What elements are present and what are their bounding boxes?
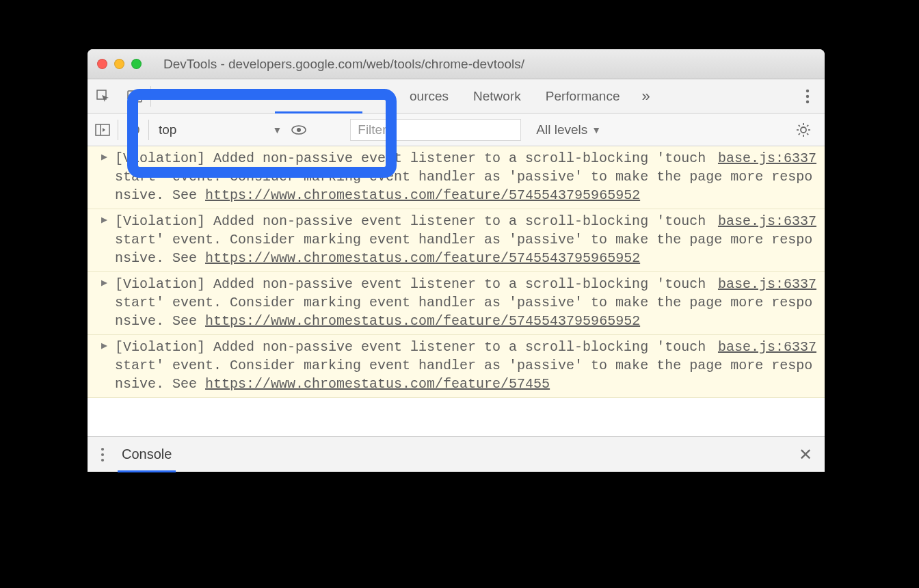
message-link[interactable]: https://www.chromestatus.com/feature/574… bbox=[205, 376, 550, 392]
drawer-toolbar: Console ✕ bbox=[88, 436, 825, 472]
caret-down-icon: ▼ bbox=[591, 124, 601, 135]
message-source-link[interactable]: base.js:6337 bbox=[718, 212, 816, 230]
filter-placeholder: Filter bbox=[358, 122, 386, 137]
svg-point-21 bbox=[101, 447, 104, 450]
svg-point-5 bbox=[806, 100, 809, 103]
disclosure-triangle-icon[interactable]: ▶ bbox=[101, 151, 107, 165]
console-message[interactable]: ▶ base.js:6337 [Violation] Added non-pas… bbox=[88, 272, 825, 335]
console-settings-button[interactable] bbox=[796, 122, 825, 137]
svg-point-22 bbox=[101, 453, 104, 455]
disclosure-triangle-icon[interactable]: ▶ bbox=[101, 277, 107, 291]
tab-sources[interactable]: ources bbox=[397, 79, 461, 113]
clear-console-button[interactable] bbox=[118, 113, 148, 146]
close-drawer-button[interactable]: ✕ bbox=[799, 445, 825, 464]
tab-performance[interactable]: Performance bbox=[533, 79, 632, 113]
svg-point-23 bbox=[101, 458, 104, 461]
tab-label: Performance bbox=[546, 89, 620, 104]
svg-point-3 bbox=[806, 89, 809, 92]
live-expression-button[interactable] bbox=[289, 113, 309, 146]
filter-input[interactable]: Filter bbox=[350, 119, 521, 141]
execution-context-selector[interactable]: top ▼ bbox=[149, 118, 289, 142]
disclosure-triangle-icon[interactable]: ▶ bbox=[101, 340, 107, 353]
message-source-link[interactable]: base.js:6337 bbox=[718, 275, 816, 293]
toggle-console-sidebar-button[interactable] bbox=[88, 113, 118, 146]
tabs-overflow-button[interactable]: » bbox=[632, 88, 660, 105]
context-label: top bbox=[159, 122, 176, 137]
disclosure-triangle-icon[interactable]: ▶ bbox=[101, 214, 107, 228]
drawer-tab-label: Console bbox=[122, 446, 172, 462]
window-controls bbox=[97, 59, 142, 69]
gear-icon bbox=[796, 122, 811, 137]
minimize-window-button[interactable] bbox=[114, 59, 124, 69]
zoom-window-button[interactable] bbox=[131, 59, 142, 69]
tab-label: Network bbox=[473, 89, 521, 104]
devtools-window: DevTools - developers.google.com/web/too… bbox=[88, 49, 825, 472]
chevron-right-double-icon: » bbox=[642, 88, 650, 105]
svg-rect-2 bbox=[136, 94, 142, 102]
devtools-main-toolbar: ources Network Performance » bbox=[88, 79, 825, 113]
message-link[interactable]: https://www.chromestatus.com/feature/574… bbox=[205, 187, 640, 203]
close-window-button[interactable] bbox=[97, 59, 107, 69]
svg-line-20 bbox=[807, 124, 808, 126]
tab-network[interactable]: Network bbox=[461, 79, 533, 113]
inspect-element-icon[interactable] bbox=[88, 79, 119, 113]
device-toolbar-icon[interactable] bbox=[119, 79, 150, 113]
kebab-icon bbox=[101, 447, 105, 462]
message-source-link[interactable]: base.js:6337 bbox=[718, 338, 816, 356]
separator bbox=[150, 86, 151, 107]
active-tab-indicator bbox=[275, 111, 362, 113]
console-messages: ▶ base.js:6337 [Violation] Added non-pas… bbox=[88, 146, 825, 436]
levels-label: All levels bbox=[536, 122, 587, 137]
console-message[interactable]: ▶ base.js:6337 [Violation] Added non-pas… bbox=[88, 209, 825, 272]
log-levels-selector[interactable]: All levels ▼ bbox=[536, 122, 601, 137]
svg-line-19 bbox=[799, 133, 800, 135]
message-link[interactable]: https://www.chromestatus.com/feature/574… bbox=[205, 313, 640, 329]
svg-point-4 bbox=[806, 94, 809, 97]
tab-label: ources bbox=[410, 89, 449, 104]
console-message[interactable]: ▶ base.js:6337 [Violation] Added non-pas… bbox=[88, 335, 825, 398]
drawer-tab-console[interactable]: Console bbox=[118, 437, 176, 472]
kebab-icon bbox=[805, 89, 810, 104]
window-title: DevTools - developers.google.com/web/too… bbox=[148, 57, 815, 72]
message-source-link[interactable]: base.js:6337 bbox=[718, 149, 816, 168]
titlebar: DevTools - developers.google.com/web/too… bbox=[88, 49, 825, 79]
main-menu-button[interactable] bbox=[805, 89, 825, 104]
svg-line-17 bbox=[799, 124, 800, 126]
svg-point-12 bbox=[801, 127, 806, 133]
svg-line-18 bbox=[807, 133, 808, 135]
drawer-menu-button[interactable] bbox=[88, 447, 118, 462]
svg-line-9 bbox=[130, 126, 137, 133]
close-icon: ✕ bbox=[799, 445, 812, 464]
console-message[interactable]: ▶ base.js:6337 [Violation] Added non-pas… bbox=[88, 146, 825, 209]
caret-down-icon: ▼ bbox=[272, 124, 282, 135]
message-link[interactable]: https://www.chromestatus.com/feature/574… bbox=[205, 250, 640, 266]
svg-point-11 bbox=[297, 128, 301, 132]
console-toolbar: top ▼ Filter All levels ▼ bbox=[88, 113, 825, 146]
